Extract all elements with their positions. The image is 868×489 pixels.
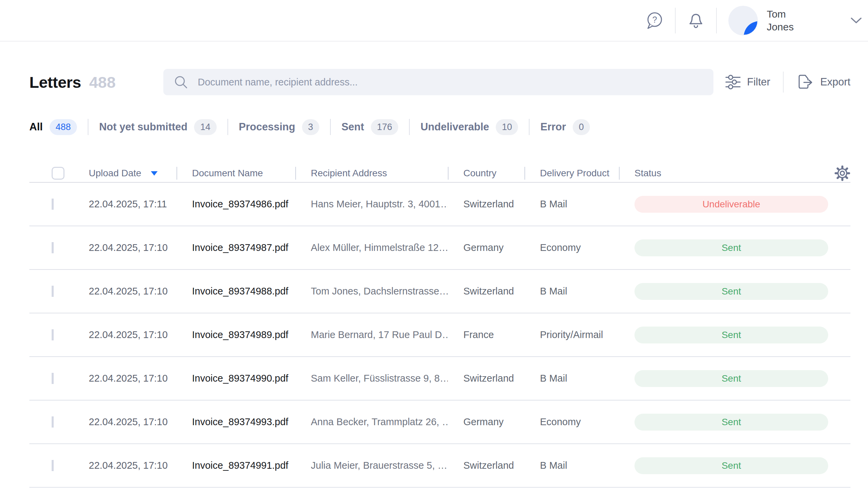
country-cell: Germany [448, 242, 524, 253]
column-label: Upload Date [89, 168, 141, 179]
avatar[interactable] [728, 6, 758, 35]
table-row[interactable]: 22.04.2025, 17:10 Invoice_89374990.pdf S… [29, 357, 850, 401]
column-label: Delivery Product [540, 168, 609, 179]
tab-count-badge: 3 [302, 119, 319, 135]
country-cell: Switzerland [448, 373, 524, 384]
upload-date-cell: 22.04.2025, 17:10 [86, 242, 177, 253]
status-tab-not-yet-submitted[interactable]: Not yet submitted 14 [99, 119, 217, 135]
document-name-cell: Invoice_89374991.pdf [177, 460, 295, 471]
tab-count-badge: 488 [50, 119, 77, 135]
export-button[interactable]: Export [796, 74, 850, 90]
toolbar-divider [783, 72, 784, 93]
column-label: Country [463, 168, 496, 179]
table-row[interactable]: 22.04.2025, 17:10 Invoice_89374991.pdf J… [29, 444, 850, 488]
column-label: Document Name [192, 168, 263, 179]
tab-count-badge: 176 [371, 119, 398, 135]
delivery-product-cell: Priority/Airmail [524, 329, 619, 340]
column-header-recipient-address[interactable]: Recipient Address [295, 166, 448, 180]
help-icon[interactable]: ? [645, 11, 663, 30]
delivery-product-cell: B Mail [524, 460, 619, 471]
status-badge: Sent [634, 414, 828, 431]
status-tab-undeliverable[interactable]: Undeliverable 10 [421, 119, 518, 135]
tab-count-badge: 14 [194, 119, 216, 135]
toolbar: Letters 488 Filter [29, 63, 850, 101]
column-header-delivery-product[interactable]: Delivery Product [524, 166, 619, 180]
row-checkbox[interactable] [52, 329, 54, 340]
table-row[interactable]: 22.04.2025, 17:10 Invoice_89374993.pdf A… [29, 401, 850, 444]
bell-icon[interactable] [687, 12, 705, 29]
search-input[interactable] [198, 77, 703, 88]
row-checkbox-cell [29, 373, 86, 384]
tab-label: All [29, 121, 43, 133]
status-badge: Sent [634, 457, 828, 474]
row-checkbox[interactable] [52, 460, 54, 471]
row-checkbox[interactable] [52, 373, 54, 384]
recipient-address-cell: Alex Müller, Himmelstraße 12… [295, 242, 448, 253]
export-label: Export [820, 76, 850, 88]
upload-date-cell: 22.04.2025, 17:11 [86, 199, 177, 210]
user-first-name: Tom [767, 8, 794, 21]
status-tab-processing[interactable]: Processing 3 [239, 119, 319, 135]
page-total-count: 488 [89, 73, 115, 92]
status-tab-error[interactable]: Error 0 [540, 119, 590, 135]
row-checkbox-cell [29, 286, 86, 297]
recipient-address-cell: Anna Becker, Trammplatz 26, … [295, 416, 448, 428]
upload-date-cell: 22.04.2025, 17:10 [86, 286, 177, 297]
tab-label: Undeliverable [421, 121, 489, 133]
row-checkbox[interactable] [52, 242, 54, 253]
country-cell: Switzerland [448, 286, 524, 297]
table-row[interactable]: 22.04.2025, 17:10 Invoice_89374988.pdf T… [29, 270, 850, 313]
upload-date-cell: 22.04.2025, 17:10 [86, 416, 177, 428]
column-header-document-name[interactable]: Document Name [177, 166, 295, 180]
table-header-row: Upload Date Document Name Recipient Addr… [29, 164, 850, 183]
search-icon [173, 75, 188, 89]
country-cell: France [448, 329, 524, 340]
status-tabs: All 488 Not yet submitted 14 Processing … [29, 118, 850, 136]
gear-icon[interactable] [834, 165, 850, 181]
status-tab-all[interactable]: All 488 [29, 119, 77, 135]
status-tab-sent[interactable]: Sent 176 [342, 119, 398, 135]
select-all-checkbox[interactable] [52, 167, 64, 180]
delivery-product-cell: B Mail [524, 373, 619, 384]
status-cell: Sent [619, 457, 850, 474]
delivery-product-cell: Economy [524, 416, 619, 428]
svg-text:?: ? [652, 15, 657, 24]
search-bar[interactable] [163, 69, 713, 95]
tab-divider [409, 119, 410, 135]
table-row[interactable]: 22.04.2025, 17:10 Invoice_89374987.pdf A… [29, 226, 850, 270]
tab-label: Error [540, 121, 566, 133]
column-header-country[interactable]: Country [448, 166, 524, 180]
status-cell: Undeliverable [619, 196, 850, 213]
row-checkbox[interactable] [52, 416, 54, 428]
topbar-divider [675, 8, 676, 33]
column-header-status[interactable]: Status [619, 166, 850, 180]
tab-divider [227, 119, 228, 135]
row-checkbox-cell [29, 242, 86, 253]
title-block: Letters 488 [29, 73, 163, 92]
upload-date-cell: 22.04.2025, 17:10 [86, 460, 177, 471]
column-header-upload-date[interactable]: Upload Date [86, 166, 177, 180]
status-badge: Sent [634, 283, 828, 300]
letters-table: Upload Date Document Name Recipient Addr… [29, 164, 850, 488]
user-last-name: Jones [767, 21, 794, 33]
status-badge: Sent [634, 327, 828, 343]
status-badge: Sent [634, 239, 828, 256]
status-badge: Undeliverable [634, 196, 828, 213]
recipient-address-cell: Hans Meier, Hauptstr. 3, 4001… [295, 199, 448, 210]
filter-sliders-icon [725, 74, 740, 90]
table-row[interactable]: 22.04.2025, 17:10 Invoice_89374989.pdf M… [29, 313, 850, 357]
document-name-cell: Invoice_89374993.pdf [177, 416, 295, 428]
recipient-address-cell: Marie Bernard, 17 Rue Paul D… [295, 329, 448, 340]
document-name-cell: Invoice_89374986.pdf [177, 199, 295, 210]
table-row[interactable]: 22.04.2025, 17:11 Invoice_89374986.pdf H… [29, 183, 850, 226]
delivery-product-cell: Economy [524, 242, 619, 253]
row-checkbox[interactable] [52, 199, 54, 210]
chevron-down-icon[interactable] [850, 17, 862, 24]
recipient-address-cell: Julia Meier, Brauerstrasse 5, … [295, 460, 448, 471]
tab-label: Processing [239, 121, 295, 133]
row-checkbox[interactable] [52, 286, 54, 297]
user-name: Tom Jones [767, 8, 794, 33]
table-body: 22.04.2025, 17:11 Invoice_89374986.pdf H… [29, 183, 850, 488]
filter-button[interactable]: Filter [725, 74, 770, 90]
filter-label: Filter [747, 76, 770, 88]
